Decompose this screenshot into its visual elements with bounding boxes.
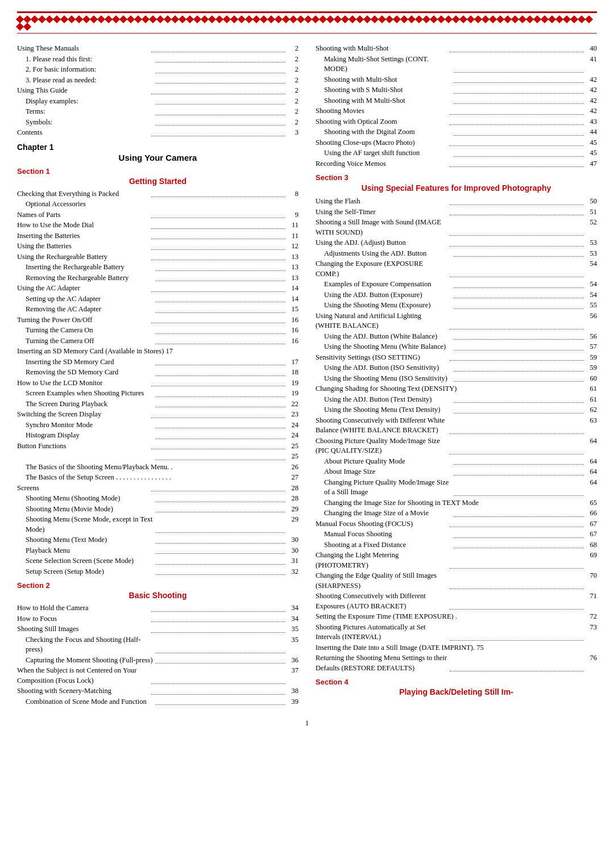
toc-dots — [151, 187, 286, 198]
toc-page: 64 — [586, 457, 597, 467]
toc-entry-text: Playback Menu — [17, 546, 154, 556]
toc-page: 29 — [287, 504, 298, 515]
toc-entry-text: About Image Size — [316, 467, 452, 477]
toc-entry: Combination of Scene Mode and Function39 — [17, 697, 298, 707]
toc-dots — [454, 340, 584, 350]
toc-page: 22 — [287, 399, 298, 410]
toc-page: 45 — [586, 148, 597, 158]
toc-page: 19 — [287, 389, 298, 399]
toc-entry-text: Manual Focus Shooting — [316, 529, 452, 540]
toc-page: 32 — [287, 567, 298, 577]
toc-dots — [454, 247, 584, 257]
toc-dots — [450, 652, 584, 671]
toc-dots — [450, 136, 584, 147]
toc-dots — [454, 476, 584, 496]
toc-entry-text: Shooting a Still Image with Sound (IMAGE… — [316, 218, 448, 237]
toc-entry-text: Setting up the AC Adapter — [17, 294, 154, 304]
section3-heading: Section 3 — [316, 173, 597, 182]
toc-page: 11 — [287, 231, 298, 241]
toc-page: 2 — [287, 97, 298, 107]
toc-page: 61 — [586, 384, 597, 394]
toc-entry: 25 — [17, 452, 298, 462]
toc-page: 2 — [287, 107, 298, 117]
toc-entry-text: Using Natural and Artificial Lighting (W… — [316, 311, 448, 331]
toc-entry-text: Setup Screen (Setup Mode) — [17, 567, 154, 577]
toc-page: 19 — [287, 378, 298, 389]
toc-entry-text: Shooting with S Multi-Shot — [316, 85, 452, 95]
toc-dots — [155, 261, 285, 271]
toc-page: 68 — [586, 540, 597, 550]
top-border-decoration — [17, 11, 597, 34]
toc-page: 45 — [586, 138, 597, 148]
toc-entry-text: Shooting Close-ups (Macro Photo) — [316, 138, 448, 148]
toc-entry-text: 3. Please read as needed: — [17, 76, 154, 86]
toc-dots — [155, 544, 285, 554]
toc-page: 12 — [287, 241, 298, 252]
toc-entry-text: Changing the Exposure (EXPOSURE COMP.) — [316, 259, 448, 279]
section1-heading: Section 1 — [17, 167, 298, 176]
toc-dots — [155, 398, 285, 408]
toc-page: 39 — [287, 697, 298, 707]
chapter-title: Using Your Camera — [17, 153, 298, 162]
toc-page: 56 — [586, 311, 597, 331]
toc-entry-text: Returning the Shooting Menu Settings to … — [316, 653, 448, 673]
toc-entry-text: Using the Shooting Menu (Text Density) — [316, 405, 452, 415]
toc-dots — [454, 299, 584, 309]
toc-entry: Using Natural and Artificial Lighting (W… — [316, 311, 597, 331]
toc-page: 18 — [287, 368, 298, 378]
toc-page: 64 — [586, 467, 597, 477]
toc-page: 13 — [287, 262, 298, 273]
toc-page: 40 — [586, 44, 597, 54]
toc-entry-text: Removing the Rechargeable Battery — [17, 273, 154, 283]
toc-dots — [454, 289, 584, 299]
toc-dots — [155, 450, 285, 460]
toc-page: 3 — [287, 128, 298, 138]
toc-entry-text: How to Use the Mode Dial — [17, 220, 150, 231]
toc-entry: Recording Voice Memos47 — [316, 159, 597, 169]
toc-entry-text: Using the Shooting Menu (ISO Sensitivity… — [316, 374, 452, 384]
toc-entry-text: Button Functions — [17, 441, 150, 452]
toc-page: 14 — [287, 294, 298, 304]
toc-entry-text: Checking that Everything is Packed — [17, 189, 150, 199]
toc-page: 63 — [586, 416, 597, 436]
toc-dots — [450, 115, 584, 126]
toc-entry-text: Shooting at a Fixed Distance — [316, 540, 452, 550]
toc-entry-text: Using These Manuals — [17, 44, 150, 54]
toc-entry-text: Inserting the SD Memory Card — [17, 357, 154, 368]
toc-dots — [151, 664, 286, 684]
toc-entry-text: Examples of Exposure Compensation — [316, 279, 452, 290]
toc-page: 54 — [586, 290, 597, 301]
toc-dots — [155, 105, 285, 115]
toc-entry-text: Turning the Power On/Off — [17, 315, 150, 326]
toc-entry: Changing Picture Quality Mode/Image Size… — [316, 478, 597, 498]
toc-dots — [454, 278, 584, 288]
toc-page: 35 — [287, 635, 298, 655]
toc-page: 26 — [287, 462, 298, 473]
toc-entry-text: Synchro Monitor Mode — [17, 420, 154, 431]
toc-entry-text: Shooting Menu (Scene Mode, except in Tex… — [17, 515, 154, 535]
toc-entry-text: Screen Examples when Shooting Pictures — [17, 389, 154, 399]
toc-dots — [151, 42, 286, 52]
toc-page: 70 — [586, 571, 597, 591]
toc-page: 17 — [287, 357, 298, 368]
toc-entry: Contents3 — [17, 128, 298, 138]
toc-page: 23 — [287, 410, 298, 420]
toc-page: 34 — [287, 614, 298, 624]
toc-page: 47 — [586, 159, 597, 169]
toc-entry: Shooting Consecutively with Different Wh… — [316, 416, 597, 436]
toc-entry-text: 1. Please read this first: — [17, 55, 154, 65]
toc-page: 29 — [287, 515, 298, 535]
section1-title: Getting Started — [17, 177, 298, 186]
toc-entry-text: Terms: — [17, 107, 154, 117]
toc-dots — [151, 126, 286, 136]
toc-entry-text: Inserting the Batteries — [17, 231, 150, 241]
toc-entry-text: Checking the Focus and Shooting (Half-pr… — [17, 635, 154, 655]
toc-page: 42 — [586, 96, 597, 106]
toc-dots — [450, 157, 584, 168]
toc-dots — [155, 654, 285, 664]
toc-page: 2 — [287, 86, 298, 96]
toc-page: 57 — [586, 342, 597, 352]
toc-dots — [450, 236, 584, 247]
toc-entry-text: Choosing Picture Quality Mode/Image Size… — [316, 436, 448, 456]
toc-dots — [454, 455, 584, 465]
